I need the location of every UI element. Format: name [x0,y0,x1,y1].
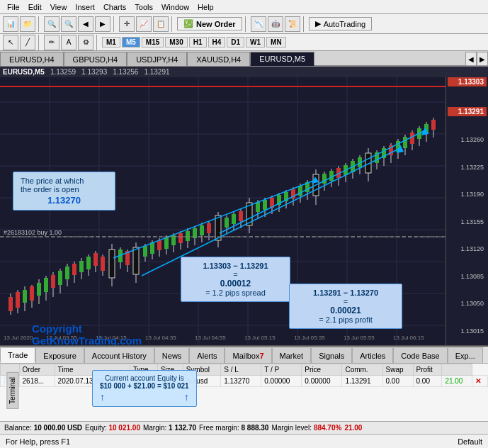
copyright-line1: Copyright [32,323,142,335]
menu-view[interactable]: View [46,1,72,13]
text-btn[interactable]: A [61,35,76,50]
spread-line1: 1.13303 − 1.13291 [188,262,283,270]
balance-label: Balance: 10 000.00 USD [4,424,82,432]
terminal-tab-alerts[interactable]: Alerts [189,347,225,363]
col-price[interactable]: Price [302,364,342,376]
chart-header: EURUSD,M5 1.13259 1.13293 1.13256 1.1329… [0,67,488,77]
terminal-tab-account-history[interactable]: Account History [84,347,154,363]
autotrading-label: AutoTrading [324,20,366,28]
col-swap[interactable]: Swap [382,364,413,376]
menu-tools[interactable]: Tools [130,1,157,13]
svg-rect-62 [164,237,169,249]
draw-btn[interactable]: ✏ [44,35,59,50]
col-tp[interactable]: T / P [261,364,302,376]
arrow-btn[interactable]: ↖ [3,35,18,50]
sep1 [38,16,41,32]
svg-rect-40 [79,261,84,272]
free-margin-value: 8 888.30 [241,424,268,432]
terminal-tab-articles[interactable]: Articles [352,347,393,363]
tf-w1[interactable]: W1 [246,37,265,47]
scroll-left-btn[interactable]: ◀ [78,16,93,32]
menu-window[interactable]: Window [157,1,193,13]
chart-tab-gbpusd-h4[interactable]: GBPUSD,H4 [64,52,127,66]
new-chart-btn[interactable]: 📊 [3,16,18,32]
svg-rect-34 [58,271,62,285]
svg-rect-58 [150,242,154,254]
svg-rect-60 [157,240,161,250]
terminal-tab-signals[interactable]: Signals [311,347,352,363]
terminal-tab-exposure[interactable]: Exposure [35,347,84,363]
margin-value: 1 132.70 [169,424,196,432]
zoom-in-btn[interactable]: 🔍 [44,16,59,32]
profit-line4: = 2.1 pips profit [297,315,395,324]
tab-scroll-right[interactable]: ▶ [477,52,488,66]
tf-mn[interactable]: MN [266,37,286,47]
tf-m1[interactable]: M1 [102,37,120,47]
svg-rect-72 [200,225,204,235]
svg-rect-82 [239,211,243,221]
terminal-tab-exp[interactable]: Exp... [448,347,483,363]
svg-rect-24 [23,290,27,303]
price-level-6: 1.13085 [448,273,487,280]
line-btn[interactable]: ╱ [20,35,35,50]
terminal-tab-codebase[interactable]: Code Base [393,347,447,363]
profit-line2: = [297,297,395,306]
mailbox-count: 7 [259,352,263,360]
tf-m30[interactable]: M30 [165,37,187,47]
col-order[interactable]: Order [19,364,55,376]
tf-m5[interactable]: M5 [122,37,140,47]
terminal-tab-news[interactable]: News [154,347,190,363]
zoom-out-btn[interactable]: 🔍 [61,16,76,32]
row-price-current: 1.13291 [342,376,382,387]
chart-tab-usdjpy-h4[interactable]: USDJPY,H4 [127,52,187,66]
price-level-7: 1.13050 [448,300,487,307]
terminal-tab-market[interactable]: Market [272,347,312,363]
chart-tab-eurusd-h4[interactable]: EURUSD,H4 [0,52,64,66]
tab-scroll-left[interactable]: ◀ [465,52,477,66]
chart-ask: 1.13293 [81,68,107,76]
equity-label: Equity: 10 021.00 [85,424,140,432]
indicator-btn[interactable]: 📉 [251,16,266,32]
price-bid-display: 1.13291 [448,107,487,116]
terminal-tab-trade[interactable]: Trade [0,347,35,363]
tf-h4[interactable]: H4 [208,37,226,47]
menu-file[interactable]: File [3,1,24,13]
crosshair-btn[interactable]: ✛ [119,16,135,32]
free-margin-label: Free margin: 8 888.30 [199,424,268,432]
chart-tab-eurusd-m5[interactable]: EURUSD,M5 [250,52,314,66]
menu-charts[interactable]: Charts [99,1,130,13]
menu-insert[interactable]: Insert [71,1,99,13]
terminal-tab-mailbox[interactable]: Mailbox 7 [225,347,271,363]
chart-tab-xauusd-h4[interactable]: XAUUSD,H4 [187,52,250,66]
svg-text:13 Jul 05:55: 13 Jul 05:55 [344,335,375,341]
arrow-up-left: ↑ [100,391,105,403]
col-comm[interactable]: Comm. [342,364,382,376]
col-profit[interactable]: Profit [413,364,442,376]
balance-profit-extra: 21.00 [344,424,362,432]
script-btn[interactable]: 📜 [285,16,300,32]
col-sl[interactable]: S / L [221,364,261,376]
template-btn[interactable]: 📋 [153,16,169,32]
svg-rect-26 [30,286,34,301]
tf-h1[interactable]: H1 [189,37,207,47]
expert-btn[interactable]: 🤖 [268,16,283,32]
spread-line3: 0.00012 [188,279,283,289]
row-profit: 21.00 [442,376,472,387]
menu-edit[interactable]: Edit [24,1,46,13]
price-level-5: 1.13120 [448,245,487,252]
price-scale: 1.13303 1.13291 1.13260 1.13225 1.13190 … [446,67,488,345]
arrow-up-right: ↑ [184,391,189,403]
new-order-button[interactable]: 💹 New Order [177,17,242,30]
row-close-btn[interactable]: ✕ [472,376,488,387]
autotrading-button[interactable]: ▶ AutoTrading [309,17,373,30]
tf-m15[interactable]: M15 [142,37,164,47]
menu-help[interactable]: Help [193,1,218,13]
tf-d1[interactable]: D1 [227,37,244,47]
period-btn[interactable]: 📈 [136,16,152,32]
row-order: 2618... [19,376,55,387]
terminal-side-label[interactable]: Terminal [6,372,18,409]
fib-btn[interactable]: ⚙ [78,35,93,50]
table-row: 📄 2618... 2020.07.13 06:... buy 1.00 eur… [1,376,488,387]
scroll-right-btn[interactable]: ▶ [95,16,110,32]
open-btn[interactable]: 📁 [20,16,35,32]
